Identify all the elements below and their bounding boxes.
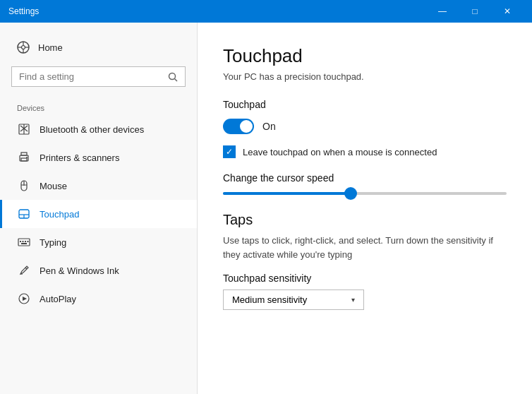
window-controls: — □ ✕ bbox=[426, 0, 524, 23]
svg-rect-25 bbox=[25, 241, 26, 242]
svg-point-1 bbox=[22, 46, 25, 49]
checkbox-label-text: Leave touchpad on when a mouse is connec… bbox=[243, 147, 437, 157]
mouse-label: Mouse bbox=[40, 181, 67, 191]
typing-label: Typing bbox=[40, 237, 66, 248]
toggle-knob bbox=[240, 120, 253, 133]
checkmark-icon: ✓ bbox=[226, 148, 233, 156]
bluetooth-icon bbox=[17, 122, 31, 136]
sensitivity-dropdown[interactable]: Medium sensitivity ▾ bbox=[223, 289, 364, 310]
cursor-speed-slider-track[interactable] bbox=[223, 192, 507, 195]
devices-section-label: Devices bbox=[0, 98, 197, 115]
cursor-speed-section: Change the cursor speed bbox=[223, 172, 507, 195]
sidebar-item-typing[interactable]: Typing bbox=[0, 228, 197, 256]
svg-rect-13 bbox=[21, 153, 27, 155]
sidebar-item-printers[interactable]: Printers & scanners bbox=[0, 143, 197, 172]
cursor-speed-label: Change the cursor speed bbox=[223, 172, 507, 184]
touchpad-toggle[interactable] bbox=[223, 119, 254, 134]
taps-title: Taps bbox=[223, 212, 507, 228]
home-icon bbox=[17, 41, 30, 54]
pen-label: Pen & Windows Ink bbox=[40, 265, 119, 276]
svg-rect-24 bbox=[23, 241, 24, 242]
mouse-connected-checkbox[interactable]: ✓ bbox=[223, 145, 236, 158]
content-area: Home Devices bbox=[0, 23, 532, 394]
sidebar-item-pen[interactable]: Pen & Windows Ink bbox=[0, 256, 197, 285]
sidebar-item-bluetooth[interactable]: Bluetooth & other devices bbox=[0, 115, 197, 143]
slider-thumb[interactable] bbox=[344, 187, 357, 200]
taps-description: Use taps to click, right-click, and sele… bbox=[223, 234, 507, 261]
svg-line-7 bbox=[175, 78, 178, 81]
touchpad-label: Touchpad bbox=[40, 209, 79, 220]
touchpad-section-heading: Touchpad bbox=[223, 99, 507, 110]
touchpad-icon bbox=[17, 207, 31, 221]
svg-rect-26 bbox=[28, 241, 29, 242]
mouse-icon bbox=[17, 179, 31, 193]
touchpad-toggle-row: On bbox=[223, 119, 507, 134]
svg-point-15 bbox=[26, 157, 28, 158]
sidebar-item-home[interactable]: Home bbox=[0, 34, 197, 61]
typing-icon bbox=[17, 235, 31, 249]
minimize-button[interactable]: — bbox=[426, 0, 459, 23]
sidebar: Home Devices bbox=[0, 23, 198, 394]
window-title: Settings bbox=[8, 6, 426, 16]
sensitivity-label: Touchpad sensitivity bbox=[223, 273, 507, 284]
svg-rect-14 bbox=[21, 158, 27, 161]
search-box[interactable] bbox=[11, 66, 186, 87]
slider-fill bbox=[223, 192, 351, 195]
svg-line-28 bbox=[25, 268, 27, 269]
sensitivity-value: Medium sensitivity bbox=[232, 294, 307, 305]
printers-label: Printers & scanners bbox=[40, 153, 119, 163]
title-bar: Settings — □ ✕ bbox=[0, 0, 532, 23]
maximize-button[interactable]: □ bbox=[459, 0, 491, 23]
mouse-connected-checkbox-row: ✓ Leave touchpad on when a mouse is conn… bbox=[223, 145, 507, 158]
page-title: Touchpad bbox=[223, 45, 507, 67]
svg-rect-23 bbox=[20, 241, 21, 242]
svg-rect-27 bbox=[21, 243, 27, 244]
subtitle-text: Your PC has a precision touchpad. bbox=[223, 71, 507, 82]
search-container bbox=[0, 61, 197, 98]
autoplay-label: AutoPlay bbox=[40, 294, 76, 304]
bluetooth-label: Bluetooth & other devices bbox=[40, 124, 144, 135]
sidebar-item-touchpad[interactable]: Touchpad bbox=[0, 200, 197, 228]
autoplay-icon bbox=[17, 292, 31, 306]
pen-icon bbox=[17, 263, 31, 277]
main-content: Touchpad Your PC has a precision touchpa… bbox=[198, 23, 532, 394]
sidebar-item-autoplay[interactable]: AutoPlay bbox=[0, 285, 197, 313]
sidebar-item-mouse[interactable]: Mouse bbox=[0, 172, 197, 200]
home-label: Home bbox=[38, 42, 63, 53]
search-icon bbox=[168, 72, 178, 82]
settings-window: Settings — □ ✕ bbox=[0, 0, 532, 394]
close-button[interactable]: ✕ bbox=[491, 0, 524, 23]
dropdown-arrow-icon: ▾ bbox=[351, 296, 355, 304]
svg-point-6 bbox=[169, 73, 176, 79]
printer-icon bbox=[17, 150, 31, 165]
toggle-state-label: On bbox=[262, 121, 276, 132]
search-input[interactable] bbox=[19, 71, 162, 82]
